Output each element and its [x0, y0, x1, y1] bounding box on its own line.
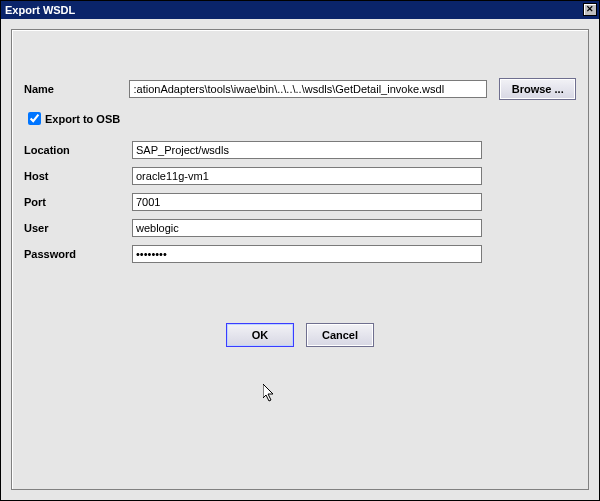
user-field[interactable]	[132, 219, 482, 237]
host-label: Host	[24, 170, 132, 182]
user-label: User	[24, 222, 132, 234]
export-wsdl-dialog: Export WSDL ✕ Name Browse ... Export to …	[0, 0, 600, 501]
ok-button[interactable]: OK	[226, 323, 294, 347]
location-field[interactable]	[132, 141, 482, 159]
name-label: Name	[24, 83, 129, 95]
password-field[interactable]	[132, 245, 482, 263]
port-field[interactable]	[132, 193, 482, 211]
window-title: Export WSDL	[5, 4, 75, 16]
host-field[interactable]	[132, 167, 482, 185]
export-to-osb-label: Export to OSB	[45, 113, 120, 125]
cancel-button[interactable]: Cancel	[306, 323, 374, 347]
close-button[interactable]: ✕	[583, 3, 597, 16]
password-label: Password	[24, 248, 132, 260]
name-field[interactable]	[129, 80, 487, 98]
browse-button[interactable]: Browse ...	[499, 78, 576, 100]
main-panel: Name Browse ... Export to OSB Location H…	[11, 29, 589, 490]
location-label: Location	[24, 144, 132, 156]
port-label: Port	[24, 196, 132, 208]
export-to-osb-checkbox[interactable]	[28, 112, 41, 125]
titlebar: Export WSDL ✕	[1, 1, 599, 19]
close-icon: ✕	[586, 5, 594, 14]
